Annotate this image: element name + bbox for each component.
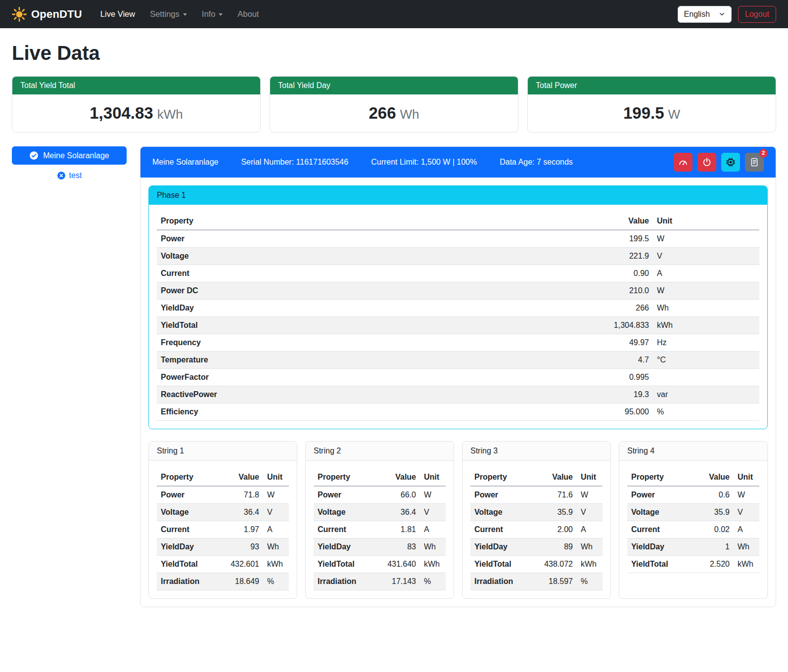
row-value: 35.9 <box>688 504 734 521</box>
string-card: String 2 Property Value Unit <box>305 441 454 599</box>
col-property: Property <box>157 213 579 230</box>
row-value: 19.3 <box>579 386 653 403</box>
table-row: Efficiency 95.000 % <box>157 403 759 421</box>
string-card: String 4 Property Value Unit <box>619 441 768 599</box>
row-property: Current <box>314 521 374 538</box>
sun-icon <box>12 7 27 22</box>
summary-card: Total Yield Total 1,304.83kWh <box>12 76 261 133</box>
table-row: Voltage 35.9 V <box>627 504 759 521</box>
row-value: 71.6 <box>531 486 577 504</box>
string-table: Property Value Unit <box>157 469 289 590</box>
table-row: Current 1.97 A <box>157 521 289 538</box>
row-unit: % <box>420 573 446 590</box>
inverter-test-button[interactable]: test <box>53 169 86 182</box>
inverter-select-button[interactable]: Meine Solaranlage <box>12 146 127 165</box>
row-value: 95.000 <box>579 403 653 421</box>
table-header-row: Property Value Unit <box>627 469 759 486</box>
string-table: Property Value Unit <box>314 469 446 590</box>
inverter-panel-body: Phase 1 Property Value Unit <box>140 178 776 607</box>
event-log-button[interactable]: 2 <box>745 153 764 172</box>
string-title: String 3 <box>463 442 610 461</box>
chevron-down-icon <box>219 13 223 16</box>
col-unit: Unit <box>577 469 603 486</box>
string-body: Property Value Unit <box>463 461 610 598</box>
row-unit: % <box>577 573 603 590</box>
row-unit: V <box>734 504 759 521</box>
row-unit: A <box>420 521 446 538</box>
table-row: Current 0.90 A <box>157 265 759 282</box>
row-value: 0.995 <box>579 369 653 386</box>
table-row: YieldDay 89 Wh <box>470 538 603 556</box>
row-property: Frequency <box>157 334 579 352</box>
row-value: 93 <box>218 538 263 556</box>
col-unit: Unit <box>420 469 446 486</box>
row-value: 1,304.833 <box>579 317 653 334</box>
col-property: Property <box>157 469 218 486</box>
row-unit: Wh <box>653 300 759 317</box>
row-property: YieldTotal <box>470 556 531 573</box>
table-row: YieldTotal 1,304.833 kWh <box>157 317 759 334</box>
table-row: Voltage 35.9 V <box>470 504 603 521</box>
row-value: 438.072 <box>531 556 577 573</box>
table-header-row: Property Value Unit <box>470 469 603 486</box>
string-card: String 1 Property Value Unit <box>148 441 297 599</box>
nav-live-view[interactable]: Live View <box>93 5 142 23</box>
row-property: Power <box>627 486 688 504</box>
nav-settings[interactable]: Settings <box>142 5 194 23</box>
nav-info[interactable]: Info <box>194 5 231 23</box>
row-unit: kWh <box>734 556 759 573</box>
brand-name: OpenDTU <box>31 8 82 21</box>
row-unit: °C <box>653 352 759 369</box>
row-value: 36.4 <box>218 504 263 521</box>
summary-card-body: 1,304.83kWh <box>12 94 260 132</box>
string-title: String 2 <box>306 442 454 461</box>
table-row: Current 1.81 A <box>314 521 446 538</box>
row-property: Irradiation <box>470 573 531 590</box>
table-header-row: Property Value Unit <box>157 213 759 230</box>
table-row: Frequency 49.97 Hz <box>157 334 759 352</box>
row-property: Current <box>157 265 579 282</box>
row-unit: Wh <box>420 538 446 556</box>
limit-settings-button[interactable] <box>674 153 693 172</box>
table-row: YieldDay 266 Wh <box>157 300 759 317</box>
table-row: Current 0.02 A <box>627 521 759 538</box>
table-row: Irradiation 18.597 % <box>470 573 603 590</box>
string-card: String 3 Property Value Unit <box>462 441 611 599</box>
string-table: Property Value Unit <box>470 469 603 590</box>
row-property: Power <box>470 486 531 504</box>
power-button[interactable] <box>697 153 716 172</box>
table-row: Irradiation 18.649 % <box>157 573 289 590</box>
row-property: Voltage <box>157 504 218 521</box>
inverter-actions: 2 <box>674 153 764 172</box>
col-property: Property <box>470 469 531 486</box>
logout-button[interactable]: Logout <box>738 6 776 23</box>
table-row: Voltage 221.9 V <box>157 248 759 265</box>
nav-about[interactable]: About <box>230 5 266 23</box>
x-circle-icon <box>57 171 66 180</box>
table-row: Current 2.00 A <box>470 521 603 538</box>
col-property: Property <box>627 469 688 486</box>
col-value: Value <box>374 469 420 486</box>
device-info-button[interactable] <box>721 153 740 172</box>
row-unit: A <box>577 521 603 538</box>
inverter-limit: Current Limit: 1,500 W | 100% <box>371 158 477 167</box>
brand[interactable]: OpenDTU <box>12 7 82 22</box>
row-property: YieldTotal <box>314 556 374 573</box>
row-value: 83 <box>374 538 420 556</box>
phase-title: Phase 1 <box>149 186 767 205</box>
col-unit: Unit <box>263 469 289 486</box>
summary-card: Total Yield Day 266Wh <box>270 76 518 133</box>
row-unit: kWh <box>263 556 289 573</box>
string-body: Property Value Unit <box>306 461 454 598</box>
row-value: 210.0 <box>579 282 653 300</box>
language-select[interactable]: English <box>678 6 732 23</box>
phase-card: Phase 1 Property Value Unit <box>148 185 768 429</box>
row-unit: % <box>263 573 289 590</box>
col-value: Value <box>531 469 577 486</box>
row-property: PowerFactor <box>157 369 579 386</box>
row-unit: V <box>653 248 759 265</box>
page: OpenDTU Live View Settings Info About En… <box>0 0 788 619</box>
strings-row: String 1 Property Value Unit <box>148 441 768 599</box>
row-property: YieldTotal <box>627 556 688 573</box>
row-unit: kWh <box>577 556 603 573</box>
